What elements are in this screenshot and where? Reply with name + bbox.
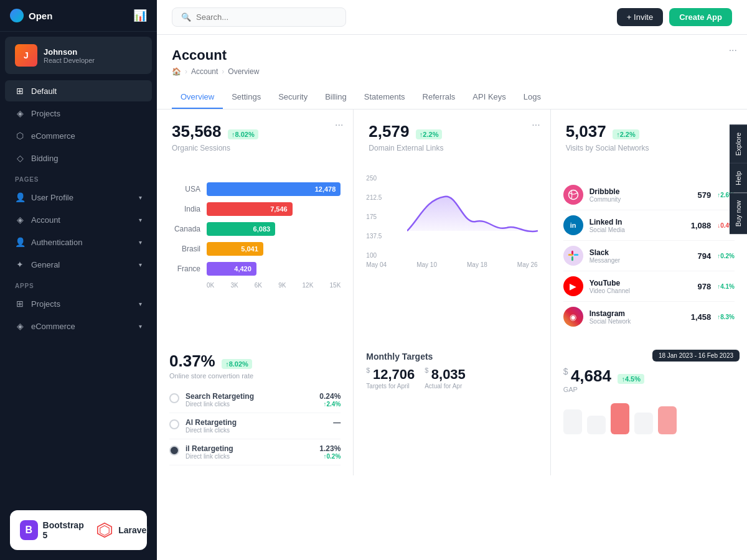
chevron-down-icon: ▾ [139, 217, 142, 223]
list-item: Slack Messanger 794 ↑0.2% [563, 241, 735, 271]
social-type: Video Channel [590, 287, 692, 294]
page-tabs: Overview Settings Security Billing State… [157, 86, 747, 110]
user-role: React Developer [44, 57, 95, 64]
pages-nav: 👤 User Profile ▾ ◈ Account ▾ 👤 Authentic… [0, 185, 157, 276]
tab-statements[interactable]: Statements [355, 86, 414, 109]
bootstrap-icon: B [20, 520, 38, 540]
gap-change: ↑4.5% [618, 374, 644, 384]
bottom-section: 0.37% ↑8.02% Online store convertion rat… [157, 342, 747, 475]
bar-row-usa: USA 12,478 [169, 182, 341, 196]
search-input[interactable] [196, 12, 337, 22]
apps-section-label: APPS [0, 276, 157, 292]
app-projects-icon: ⊞ [15, 299, 25, 309]
bar-label: Brasil [169, 245, 200, 253]
page-content: Account 🏠 › Account › Overview Overview … [157, 35, 747, 560]
chevron-down-icon: ▾ [139, 239, 142, 246]
sidebar-item-projects[interactable]: ◈ Projects [5, 103, 152, 124]
tab-security[interactable]: Security [270, 86, 316, 109]
bar-chart-card: USA 12,478 India 7,546 Canada [157, 165, 353, 342]
more-options-button[interactable]: ··· [729, 45, 737, 56]
sidebar: Open 📊 J Johnson React Developer ⊞ Defau… [0, 0, 157, 560]
monthly-targets-card: Monthly Targets $ 12,706 Targets for Apr… [354, 342, 550, 475]
explore-button[interactable]: Explore [730, 124, 747, 163]
social-type: Messanger [590, 257, 692, 264]
user-card[interactable]: J Johnson React Developer [5, 37, 152, 74]
sidebar-item-account[interactable]: ◈ Account ▾ [5, 209, 152, 230]
sidebar-item-ecommerce[interactable]: ⬡ eCommerce [5, 125, 152, 146]
youtube-icon: ▶ [563, 276, 583, 296]
svg-rect-6 [568, 254, 573, 256]
conversion-card: 0.37% ↑8.02% Online store convertion rat… [157, 342, 353, 475]
breadcrumb-home-icon: 🏠 [172, 67, 181, 76]
bar-value: 5,041 [241, 245, 258, 253]
svg-marker-1 [100, 526, 110, 536]
chevron-down-icon: ▾ [139, 301, 142, 307]
sidebar-item-label: Projects [31, 109, 60, 118]
main-content: 🔍 + Invite Create App Account 🏠 › Accoun… [157, 0, 747, 560]
sidebar-item-app-projects[interactable]: ⊞ Projects ▾ [5, 293, 152, 314]
projects-icon: ◈ [15, 108, 25, 118]
stat-label: Visits by Social Networks [566, 144, 732, 152]
avatar: J [15, 44, 37, 67]
buy-now-button[interactable]: Buy now [730, 193, 747, 234]
user-info: Johnson React Developer [44, 47, 95, 64]
stat-label: Domain External Links [369, 144, 535, 152]
more-options-button[interactable]: ··· [532, 119, 540, 131]
social-value: 1,088 [691, 221, 712, 230]
pages-section-label: PAGES [0, 170, 157, 185]
sidebar-item-label: Authentication [31, 238, 82, 247]
search-box[interactable]: 🔍 [172, 7, 346, 27]
tab-settings[interactable]: Settings [223, 86, 270, 109]
tab-referrals[interactable]: Referrals [414, 86, 464, 109]
mini-chart [563, 403, 735, 434]
general-icon: ✦ [15, 259, 25, 269]
sidebar-item-general[interactable]: ✦ General ▾ [5, 254, 152, 275]
bar-label: France [169, 264, 200, 273]
tab-billing[interactable]: Billing [316, 86, 355, 109]
mini-bar [563, 409, 582, 434]
sidebar-item-authentication[interactable]: 👤 Authentication ▾ [5, 231, 152, 253]
svg-rect-5 [571, 256, 573, 261]
chevron-down-icon: ▾ [139, 194, 142, 201]
bar-row-brasil: Brasil 5,041 [169, 242, 341, 256]
help-button[interactable]: Help [730, 163, 747, 193]
retarget-title: Search Retargeting [186, 392, 313, 401]
sidebar-item-user-profile[interactable]: 👤 User Profile ▾ [5, 187, 152, 208]
stat-organic-sessions: 35,568 ↑8.02% Organic Sessions ··· [157, 110, 353, 165]
sidebar-item-label: eCommerce [31, 131, 75, 141]
bar-fill: 4,420 [207, 262, 256, 276]
chevron-down-icon: ▾ [139, 261, 142, 268]
laravel-label: Laravel [118, 525, 149, 535]
create-app-button[interactable]: Create App [669, 8, 732, 26]
social-value: 794 [698, 251, 712, 261]
social-type: Social Network [590, 318, 685, 325]
social-name: Slack [590, 248, 692, 257]
dollar-sign: $ [425, 366, 428, 374]
social-value: 579 [698, 190, 712, 200]
tab-api-keys[interactable]: API Keys [464, 86, 514, 109]
sidebar-item-default[interactable]: ⊞ Default [5, 80, 152, 101]
targets-amounts: $ 12,706 Targets for April $ 8,035 Actua… [366, 366, 537, 390]
apps-nav: ⊞ Projects ▾ ◈ eCommerce ▾ [0, 292, 157, 338]
tab-overview[interactable]: Overview [172, 86, 223, 109]
bar-chart: USA 12,478 India 7,546 Canada [169, 182, 341, 289]
sidebar-nav: ⊞ Default ◈ Projects ⬡ eCommerce ◇ Biddi… [0, 79, 157, 170]
user-name: Johnson [44, 47, 95, 57]
date-badge: 18 Jan 2023 - 16 Feb 2023 [652, 349, 740, 360]
charts-section: USA 12,478 India 7,546 Canada [157, 165, 747, 342]
more-options-button[interactable]: ··· [335, 119, 343, 131]
mini-bar [587, 416, 606, 434]
sidebar-item-label: eCommerce [31, 322, 75, 331]
breadcrumb-account[interactable]: Account [191, 67, 218, 76]
bar-row-france: France 4,420 [169, 262, 341, 276]
tab-logs[interactable]: Logs [515, 86, 550, 109]
sidebar-item-bidding[interactable]: ◇ Bidding [5, 147, 152, 169]
retarget-desc: Direct link clicks [186, 453, 313, 460]
chart-icon[interactable]: 📊 [133, 9, 147, 22]
sidebar-item-app-ecommerce[interactable]: ◈ eCommerce ▾ [5, 315, 152, 337]
topbar-actions: + Invite Create App [617, 8, 732, 26]
side-buttons: Explore Help Buy now [730, 124, 747, 234]
grid-icon: ⊞ [15, 86, 25, 96]
svg-rect-4 [573, 254, 578, 256]
invite-button[interactable]: + Invite [617, 8, 663, 26]
